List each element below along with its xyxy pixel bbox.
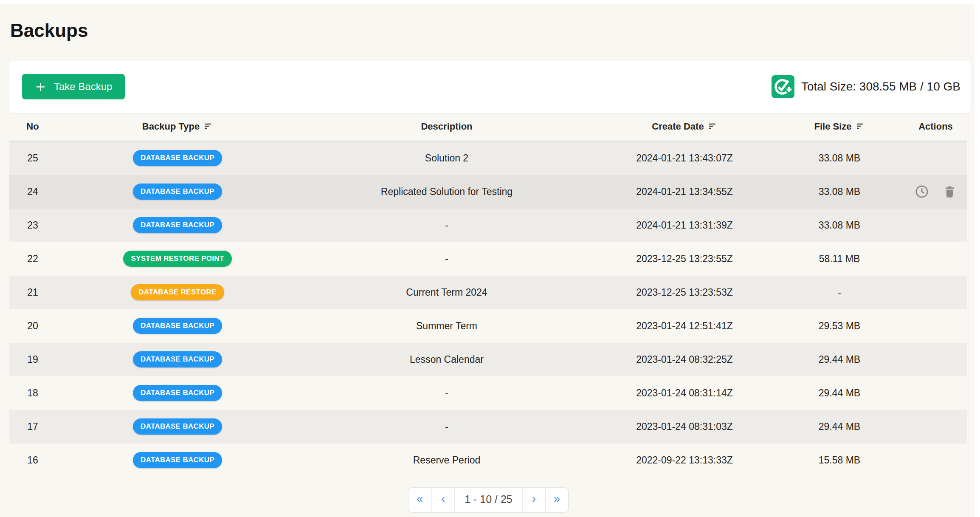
row-no: 24 [9, 175, 56, 209]
row-file-size: - [774, 276, 904, 309]
row-no: 20 [9, 309, 56, 343]
prev-page-button[interactable]: ‹ [431, 488, 454, 512]
backup-type-badge: DATABASE BACKUP [133, 452, 222, 468]
total-size: Total Size: 308.55 MB / 10 GB [772, 75, 960, 98]
row-actions [904, 376, 967, 410]
table-row[interactable]: 25 DATABASE BACKUP Solution 2 2024-01-21… [9, 141, 967, 175]
backup-type-badge: DATABASE BACKUP [133, 351, 222, 367]
page-range-label: 1 - 10 / 25 [454, 488, 522, 512]
take-backup-label: Take Backup [54, 81, 112, 93]
backups-table: No Backup Type Description Create Date F… [9, 113, 967, 477]
row-file-size: 29.44 MB [774, 343, 904, 376]
backup-type-badge: DATABASE BACKUP [133, 184, 222, 200]
column-header-actions: Actions [904, 113, 967, 141]
backup-type-badge: DATABASE BACKUP [133, 385, 222, 401]
table-row[interactable]: 22 SYSTEM RESTORE POINT - 2023-12-25 13:… [9, 242, 967, 276]
row-description: Lesson Calendar [299, 343, 594, 376]
table-row[interactable]: 24 DATABASE BACKUP Replicated Solution f… [9, 175, 967, 209]
row-create-date: 2023-01-24 08:31:14Z [594, 376, 774, 410]
last-page-button[interactable]: » [545, 488, 568, 512]
plus-icon [35, 81, 46, 93]
pagination: « ‹ 1 - 10 / 25 › » [9, 487, 967, 513]
row-no: 17 [9, 410, 56, 444]
row-create-date: 2023-01-24 08:31:03Z [594, 410, 774, 444]
backup-type-badge: DATABASE RESTORE [131, 284, 224, 300]
row-description: - [299, 410, 594, 444]
toolbar-card: Take Backup Total Size: 308.55 MB / 10 G… [9, 61, 971, 113]
table-row[interactable]: 19 DATABASE BACKUP Lesson Calendar 2023-… [9, 343, 967, 376]
total-size-label: Total Size: 308.55 MB / 10 GB [801, 80, 960, 93]
row-actions [904, 410, 967, 444]
sort-icon [203, 122, 213, 130]
column-header-no: No [9, 113, 56, 141]
column-header-create-date[interactable]: Create Date [594, 113, 774, 141]
next-page-button[interactable]: › [522, 488, 545, 512]
window-edge-right [974, 0, 980, 517]
backup-type-badge: SYSTEM RESTORE POINT [123, 251, 231, 267]
table-body: 25 DATABASE BACKUP Solution 2 2024-01-21… [9, 141, 967, 477]
first-page-button[interactable]: « [408, 488, 431, 512]
page-title: Backups [10, 20, 980, 42]
table-row[interactable]: 17 DATABASE BACKUP - 2023-01-24 08:31:03… [9, 410, 967, 444]
backup-type-badge: DATABASE BACKUP [133, 217, 222, 233]
table-row[interactable]: 21 DATABASE RESTORE Current Term 2024 20… [9, 276, 967, 309]
row-create-date: 2024-01-21 13:34:55Z [594, 175, 774, 209]
row-create-date: 2023-01-24 08:32:25Z [594, 343, 774, 376]
row-description: Solution 2 [299, 141, 594, 175]
row-create-date: 2023-12-25 13:23:53Z [594, 276, 774, 309]
row-no: 25 [9, 141, 56, 175]
sort-icon [708, 122, 717, 130]
row-actions [904, 209, 967, 242]
row-actions [904, 444, 967, 477]
row-description: Current Term 2024 [299, 276, 594, 309]
row-file-size: 29.44 MB [774, 410, 904, 444]
row-no: 23 [9, 209, 56, 242]
row-description: - [299, 376, 594, 410]
row-create-date: 2024-01-21 13:31:39Z [594, 209, 774, 242]
backup-type-badge: DATABASE BACKUP [133, 318, 222, 334]
row-actions [904, 242, 967, 276]
row-no: 19 [9, 343, 56, 376]
row-no: 16 [9, 444, 56, 477]
window-edge-top [0, 0, 980, 4]
row-file-size: 33.08 MB [774, 175, 904, 209]
row-description: - [299, 242, 594, 276]
row-file-size: 33.08 MB [774, 209, 904, 242]
row-file-size: 33.08 MB [774, 141, 904, 175]
column-header-file-size[interactable]: File Size [774, 113, 904, 141]
row-description: Reserve Period [299, 444, 594, 477]
row-file-size: 58.11 MB [774, 242, 904, 276]
table-row[interactable]: 23 DATABASE BACKUP - 2024-01-21 13:31:39… [9, 209, 967, 242]
row-create-date: 2024-01-21 13:43:07Z [594, 141, 774, 175]
table-row[interactable]: 18 DATABASE BACKUP - 2023-01-24 08:31:14… [9, 376, 967, 410]
row-no: 18 [9, 376, 56, 410]
row-file-size: 15.58 MB [774, 444, 904, 477]
row-no: 21 [9, 276, 56, 309]
row-file-size: 29.44 MB [774, 376, 904, 410]
row-actions [904, 309, 967, 343]
row-create-date: 2023-01-24 12:51:41Z [594, 309, 774, 343]
restore-clock-icon[interactable] [914, 184, 929, 199]
delete-trash-icon[interactable] [942, 184, 957, 199]
table-header-row: No Backup Type Description Create Date F… [9, 113, 967, 141]
row-create-date: 2022-09-22 13:13:33Z [594, 444, 774, 477]
row-actions [904, 141, 967, 175]
row-create-date: 2023-12-25 13:23:55Z [594, 242, 774, 276]
row-description: Summer Term [299, 309, 594, 343]
sort-icon [856, 122, 865, 130]
column-header-description: Description [299, 113, 594, 141]
backup-type-badge: DATABASE BACKUP [133, 418, 222, 435]
row-actions [904, 175, 967, 209]
row-description: - [299, 209, 594, 242]
table-row[interactable]: 20 DATABASE BACKUP Summer Term 2023-01-2… [9, 309, 967, 343]
take-backup-button[interactable]: Take Backup [22, 74, 125, 99]
row-actions [904, 343, 967, 376]
column-header-backup-type[interactable]: Backup Type [56, 113, 299, 141]
row-no: 22 [9, 242, 56, 276]
row-description: Replicated Solution for Testing [299, 175, 594, 209]
row-actions [904, 276, 967, 309]
table-row[interactable]: 16 DATABASE BACKUP Reserve Period 2022-0… [9, 444, 967, 477]
row-file-size: 29.53 MB [774, 309, 904, 343]
backup-type-badge: DATABASE BACKUP [133, 150, 222, 166]
backup-size-check-icon [772, 75, 794, 98]
